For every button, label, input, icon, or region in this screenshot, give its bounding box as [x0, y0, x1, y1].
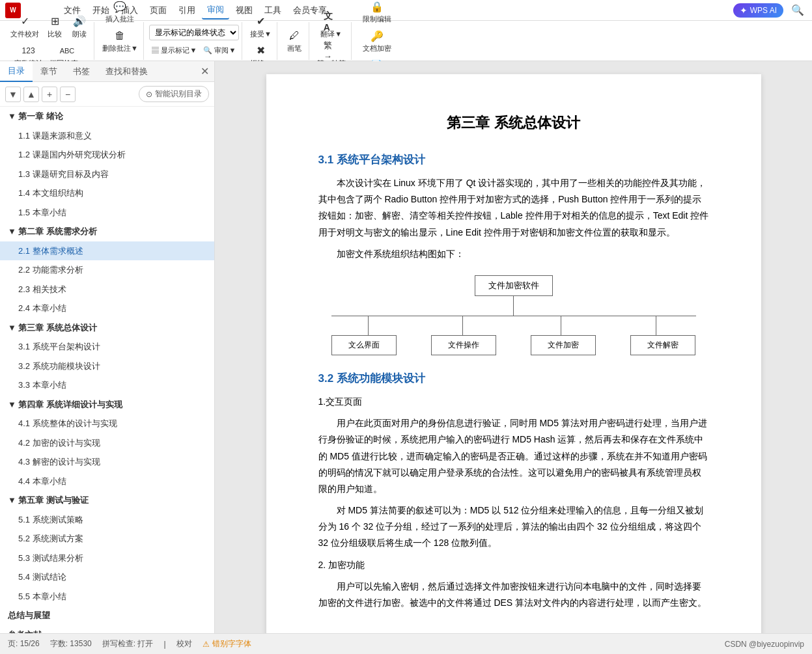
ai-icon: ⊙ — [146, 90, 152, 99]
toolbar-group-pen: 🖊 画笔 — [280, 22, 309, 60]
diagram-connector-top — [513, 296, 514, 316]
sidebar-close-button[interactable]: ✕ — [195, 62, 214, 80]
diagram-vline-2 — [462, 316, 463, 335]
diagram-vline-3 — [561, 316, 561, 335]
diagram-vline-1 — [368, 316, 369, 335]
diagram-child-3: 文件加密 — [531, 335, 596, 355]
wps-ai-icon: ✦ — [740, 5, 748, 16]
toc-item-5-3[interactable]: 5.3 测试结果分析 — [0, 549, 214, 568]
toc-item-1-1[interactable]: 1.1 课题来源和意义 — [0, 126, 214, 146]
compare-button[interactable]: ⊞ 比较 — [43, 12, 66, 40]
toc-item-3-3[interactable]: 3.3 本章小结 — [0, 375, 214, 395]
main-content: 目录 章节 书签 查找和替换 ✕ ▼ ▲ + − ⊙ 智能识别目录 ▼ 第一章 … — [0, 61, 812, 633]
word-count-icon: 123 — [21, 43, 36, 59]
trad-simp-icon: 繁→ — [324, 43, 339, 59]
file-check-button[interactable]: ✓ 文件校对 — [8, 12, 42, 40]
file-check-icon: ✓ — [17, 14, 33, 29]
document-area[interactable]: 第三章 系统总体设计 3.1 系统平台架构设计 本次设计实在 Linux 环境下… — [215, 61, 812, 633]
toc-item-ch3[interactable]: ▼ 第三章 系统总体设计 — [0, 318, 214, 338]
restrict-edit-button[interactable]: 🔒 限制编辑 — [360, 0, 394, 25]
toc-add-btn[interactable]: + — [42, 87, 57, 102]
toc-item-ch1[interactable]: ▼ 第一章 绪论 — [0, 107, 214, 126]
toolbar-group-comments: 💬 插入批注 🗑 删除批注▼ ✏ 修订▼ — [97, 22, 144, 60]
tab-chapter[interactable]: 章节 — [33, 62, 65, 81]
toc-item-1-4[interactable]: 1.4 本文组织结构 — [0, 184, 214, 203]
toc-item-1-5[interactable]: 1.5 本章小结 — [0, 203, 214, 223]
pen-button[interactable]: 🖊 画笔 — [283, 27, 306, 55]
separator: | — [163, 640, 165, 649]
toc-item-5-2[interactable]: 5.2 系统测试方案 — [0, 529, 214, 549]
toc-item-4-2[interactable]: 4.2 加密的设计与实现 — [0, 433, 214, 453]
read-aloud-button[interactable]: 🔊 朗读 — [68, 12, 91, 40]
toc-remove-btn[interactable]: − — [60, 87, 76, 102]
toc-item-5-1[interactable]: 5.1 系统测试策略 — [0, 510, 214, 530]
toc-collapse-btn[interactable]: ▼ — [5, 87, 21, 102]
encrypt-doc-button[interactable]: 🔑 文档加密 — [360, 27, 394, 55]
page-label: 页: 15/26 — [8, 638, 40, 649]
warning-icon: ⚠ — [203, 640, 210, 649]
ai-recognize-toc-button[interactable]: ⊙ 智能识别目录 — [139, 86, 209, 102]
pen-icon: 🖊 — [287, 28, 302, 44]
tab-find-replace[interactable]: 查找和替换 — [98, 62, 156, 81]
toc-item-ch5[interactable]: ▼ 第五章 测试与验证 — [0, 491, 214, 510]
wps-ai-button[interactable]: ✦ WPS AI — [733, 3, 783, 18]
word-count-status: 字数: 13530 — [50, 638, 92, 649]
insert-comment-button[interactable]: 💬 插入批注 — [103, 0, 137, 25]
spell-check-status: 拼写检查: 打开 — [102, 638, 154, 649]
toc-item-4-1[interactable]: 4.1 系统整体的设计与实现 — [0, 414, 214, 433]
toc-item-2-2[interactable]: 2.2 功能需求分析 — [0, 260, 214, 280]
proofread-status: 校对 — [176, 638, 192, 649]
menu-item-ref[interactable]: 引用 — [173, 2, 201, 19]
diagram-child-box-4: 文件解密 — [630, 335, 695, 355]
diagram: 文件加密软件 文么界面 文件操作 文件加密 — [318, 275, 709, 355]
translate-label: 翻译▼ — [320, 29, 342, 39]
toolbar-group-translate: 文A 翻译▼ 繁→ 繁、转简 — [312, 22, 352, 60]
markup-display-select[interactable]: 显示标记的最终状态 — [149, 25, 239, 40]
document-page: 第三章 系统总体设计 3.1 系统平台架构设计 本次设计实在 Linux 环境下… — [266, 74, 761, 633]
toolbar-group-proofing: ✓ 文件校对 ⊞ 比较 🔊 朗读 123 字数统计 ABC 拼写检查▼ — [5, 22, 94, 60]
toc-item-5-5[interactable]: 5.5 本章小结 — [0, 587, 214, 606]
spell-check-icon: ABC — [59, 43, 75, 59]
accept-button[interactable]: ✔ 接受▼ — [247, 12, 274, 40]
toc-item-conclusion[interactable]: 总结与展望 — [0, 606, 214, 625]
menu-item-page[interactable]: 页面 — [145, 2, 172, 19]
toc-item-1-2[interactable]: 1.2 课题国内外研究现状分析 — [0, 145, 214, 165]
spell-check-status-label: 拼写检查: 打开 — [102, 638, 154, 649]
delete-comment-button[interactable]: 🗑 删除批注▼ — [100, 27, 141, 55]
read-aloud-icon: 🔊 — [72, 14, 87, 29]
diagram-child-box-3: 文件加密 — [531, 335, 596, 355]
toc-item-2-4[interactable]: 2.4 本章小结 — [0, 299, 214, 318]
toc-item-ch2[interactable]: ▼ 第二章 系统需求分析 — [0, 222, 214, 241]
toc-item-3-2[interactable]: 3.2 系统功能模块设计 — [0, 357, 214, 376]
diagram-h-line — [331, 316, 696, 316]
tab-bookmark[interactable]: 书签 — [65, 62, 98, 81]
toc-item-1-3[interactable]: 1.3 课题研究目标及内容 — [0, 165, 214, 184]
search-icon[interactable]: 🔍 — [789, 1, 807, 19]
toc-item-4-3[interactable]: 4.3 解密的设计与实现 — [0, 452, 214, 472]
accept-label: 接受▼ — [250, 29, 272, 39]
diagram-child-box-2: 文件操作 — [431, 335, 496, 355]
review-pane-button[interactable]: 🔍 审阅▼ — [201, 44, 238, 57]
toc-item-2-3[interactable]: 2.3 相关技术 — [0, 280, 214, 299]
show-markup-button[interactable]: ▤ 显示标记▼ — [149, 44, 199, 57]
toc-item-3-1[interactable]: 3.1 系统平台架构设计 — [0, 337, 214, 357]
sidebar-toolbar: ▼ ▲ + − ⊙ 智能识别目录 — [0, 82, 214, 107]
tab-toc[interactable]: 目录 — [0, 61, 33, 82]
translate-button[interactable]: 文A 翻译▼ — [318, 12, 344, 40]
status-bar: 页: 15/26 字数: 13530 拼写检查: 打开 | 校对 ⚠ 错别字字体… — [0, 633, 812, 654]
toc-item-4-4[interactable]: 4.4 本章小结 — [0, 472, 214, 491]
restrict-edit-icon: 🔒 — [369, 0, 385, 14]
wps-ai-label: WPS AI — [750, 6, 777, 15]
toc-item-2-1[interactable]: 2.1 整体需求概述 — [0, 241, 214, 261]
toc-item-5-4[interactable]: 5.4 测试结论 — [0, 567, 214, 587]
toolbar-group-display: 显示标记的最终状态 ▤ 显示标记▼ 🔍 审阅▼ — [147, 22, 242, 60]
diagram-child-2: 文件操作 — [431, 335, 496, 355]
toc-up-btn[interactable]: ▲ — [23, 87, 39, 102]
toc-item-ch4[interactable]: ▼ 第四章 系统详细设计与实现 — [0, 395, 214, 415]
menu-item-review[interactable]: 审阅 — [202, 1, 229, 20]
diagram-vline-4 — [656, 316, 656, 335]
ai-btn-label: 智能识别目录 — [155, 89, 202, 100]
toc-item-references[interactable]: 参考文献 — [0, 625, 214, 634]
warning-status: ⚠ 错别字字体 — [203, 638, 251, 649]
toolbar-group-protect: 🔒 限制编辑 🔑 文档加密 📄 文档定稿▼ — [354, 22, 400, 60]
